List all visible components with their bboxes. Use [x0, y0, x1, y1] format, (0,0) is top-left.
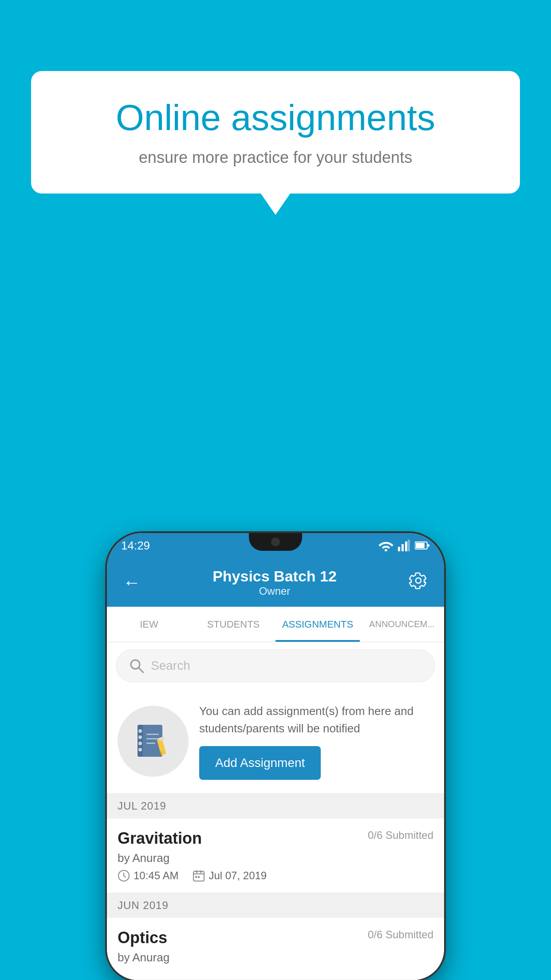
svg-rect-24: [196, 870, 197, 873]
svg-rect-2: [401, 544, 404, 551]
battery-icon: [415, 541, 430, 550]
clock-icon: [118, 869, 130, 882]
promo-text: You can add assignment(s) from here and …: [199, 703, 433, 737]
phone-wrapper: 14:29: [107, 533, 444, 980]
bubble-subtitle: ensure more practice for your students: [67, 148, 484, 167]
assignment-by-optics: by Anurag: [118, 951, 433, 964]
svg-rect-14: [146, 743, 155, 744]
svg-rect-4: [408, 540, 410, 551]
meta-date-gravitation: Jul 07, 2019: [193, 869, 267, 882]
svg-point-18: [138, 748, 142, 751]
status-bar: 14:29: [107, 533, 444, 558]
notch-camera: [271, 537, 280, 546]
section-header-jun: JUN 2019: [107, 893, 444, 918]
tab-assignments[interactable]: ASSIGNMENTS: [276, 607, 360, 642]
assignment-item-optics[interactable]: Optics 0/6 Submitted by Anurag: [107, 918, 444, 980]
tab-bar: IEW STUDENTS ASSIGNMENTS ANNOUNCEM...: [107, 607, 444, 642]
assignment-submitted-optics: 0/6 Submitted: [368, 929, 433, 941]
search-bar[interactable]: Search: [116, 649, 435, 682]
signal-icon: [398, 540, 410, 551]
back-button[interactable]: ←: [119, 569, 144, 596]
app-bar-title: Physics Batch 12: [144, 568, 405, 585]
search-container: Search: [107, 642, 444, 689]
date-value: Jul 07, 2019: [209, 869, 267, 882]
time-value: 10:45 AM: [134, 869, 178, 882]
svg-point-0: [385, 549, 387, 551]
search-placeholder: Search: [151, 659, 190, 673]
meta-time-gravitation: 10:45 AM: [118, 869, 178, 882]
status-time: 14:29: [121, 539, 150, 553]
svg-rect-12: [146, 734, 159, 735]
app-bar-title-area: Physics Batch 12 Owner: [144, 568, 405, 597]
svg-rect-27: [198, 876, 200, 878]
settings-button[interactable]: [405, 567, 432, 598]
bubble-title: Online assignments: [67, 98, 484, 138]
svg-rect-6: [416, 543, 425, 548]
calendar-icon: [193, 869, 205, 882]
svg-rect-13: [146, 738, 159, 739]
status-icons: [378, 540, 430, 551]
assignment-meta-gravitation: 10:45 AM Jul 07, 2019: [118, 869, 433, 882]
svg-point-16: [138, 735, 142, 739]
svg-line-9: [139, 668, 143, 672]
speech-bubble: Online assignments ensure more practice …: [31, 71, 520, 194]
add-assignment-promo: You can add assignment(s) from here and …: [107, 689, 444, 794]
tab-announcements[interactable]: ANNOUNCEM...: [360, 607, 444, 642]
app-bar-subtitle: Owner: [144, 585, 405, 597]
assignment-name-optics: Optics: [118, 929, 167, 947]
svg-point-15: [138, 729, 142, 733]
assignment-by-gravitation: by Anurag: [118, 851, 433, 865]
phone-screen: 14:29: [107, 533, 444, 980]
assignment-item-gravitation[interactable]: Gravitation 0/6 Submitted by Anurag 10:4…: [107, 818, 444, 893]
add-assignment-button[interactable]: Add Assignment: [199, 746, 321, 780]
speech-bubble-area: Online assignments ensure more practice …: [31, 71, 520, 194]
gear-icon: [409, 571, 428, 590]
svg-rect-7: [428, 544, 429, 547]
tab-students[interactable]: STUDENTS: [191, 607, 276, 642]
assignment-top-row: Gravitation 0/6 Submitted: [118, 829, 433, 848]
wifi-icon: [378, 540, 394, 551]
notebook-icon: [133, 721, 173, 761]
svg-rect-26: [195, 876, 197, 878]
assignment-name-gravitation: Gravitation: [118, 829, 202, 848]
app-bar: ← Physics Batch 12 Owner: [107, 558, 444, 607]
svg-rect-3: [405, 541, 407, 551]
phone-outer: 14:29: [107, 533, 444, 980]
assignment-top-row-optics: Optics 0/6 Submitted: [118, 929, 433, 947]
svg-rect-1: [398, 547, 400, 551]
notch: [249, 533, 302, 551]
promo-icon-circle: [118, 706, 189, 777]
section-header-jul: JUL 2019: [107, 794, 444, 818]
svg-rect-25: [200, 870, 201, 873]
promo-content: You can add assignment(s) from here and …: [199, 703, 433, 780]
assignment-submitted-gravitation: 0/6 Submitted: [368, 829, 433, 842]
svg-point-17: [138, 742, 142, 745]
tab-iew[interactable]: IEW: [107, 607, 191, 642]
search-icon: [129, 658, 145, 674]
